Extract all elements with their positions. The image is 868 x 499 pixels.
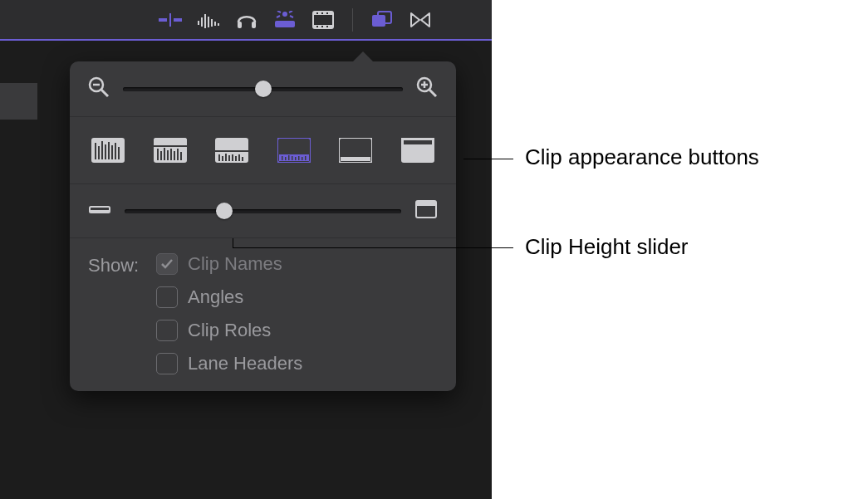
svg-rect-65 [285,157,287,160]
clip-height-slider[interactable] [125,203,401,219]
show-section: Show: Clip Names Angles Clip Roles [70,238,456,374]
svg-rect-53 [215,150,248,152]
show-lane-headers-checkbox[interactable]: Lane Headers [156,353,302,374]
svg-rect-7 [211,19,213,27]
svg-rect-10 [238,22,242,28]
clip-height-large-icon [414,199,438,223]
svg-rect-57 [228,155,230,161]
zoom-section [70,61,456,117]
svg-rect-58 [232,154,233,161]
svg-rect-68 [295,157,297,160]
filmstrip-icon[interactable] [311,7,336,32]
svg-rect-6 [208,17,209,27]
svg-rect-13 [275,21,295,27]
svg-rect-17 [316,12,318,14]
checkbox-label: Clip Names [188,253,282,275]
checkbox-icon [156,286,178,308]
svg-rect-37 [108,142,110,159]
svg-rect-80 [416,201,436,206]
svg-rect-69 [298,156,300,160]
appearance-waveform-small-button[interactable] [212,135,252,165]
svg-rect-48 [174,151,175,160]
svg-rect-40 [118,147,120,159]
checkbox-label: Clip Roles [188,320,271,341]
audio-waveform-icon[interactable] [196,7,221,32]
appearance-filmstrip-large-button[interactable] [398,135,438,165]
svg-rect-5 [204,14,206,28]
svg-rect-46 [167,150,169,160]
appearance-filmstrip-wave-button[interactable] [274,135,314,165]
headphones-icon[interactable] [234,7,259,32]
svg-rect-2 [169,13,171,27]
svg-rect-34 [98,146,100,159]
svg-rect-4 [201,17,203,27]
svg-line-29 [429,90,436,96]
svg-rect-59 [235,156,237,161]
annotation-clip-height-slider: Clip Height slider [525,234,689,260]
svg-rect-60 [238,154,240,161]
svg-rect-49 [177,149,179,160]
clip-height-small-icon [88,201,111,221]
appearance-waveform-large-button[interactable] [150,135,190,165]
svg-rect-61 [242,157,243,161]
svg-rect-18 [321,12,323,14]
svg-rect-39 [115,143,116,159]
clip-appearance-popover: Show: Clip Names Angles Clip Roles [70,61,456,391]
app-background: Show: Clip Names Angles Clip Roles [0,0,492,499]
svg-rect-38 [111,145,113,159]
svg-rect-9 [218,23,219,26]
svg-rect-71 [305,156,306,160]
appearance-filmstrip-only-button[interactable] [336,135,375,165]
checkbox-label: Lane Headers [188,353,302,374]
svg-rect-47 [170,149,172,160]
svg-rect-20 [316,26,318,27]
timeline-clip-stub [0,83,37,120]
appearance-waveform-only-button[interactable] [88,135,128,165]
svg-rect-55 [222,156,223,161]
svg-rect-56 [225,154,227,161]
svg-rect-70 [302,157,303,160]
clip-height-slider-thumb[interactable] [216,203,233,219]
svg-rect-51 [154,145,187,147]
svg-rect-3 [198,21,199,25]
annotation-appearance-buttons: Clip appearance buttons [525,144,759,170]
svg-rect-36 [105,144,106,159]
svg-point-12 [282,12,287,17]
show-clip-names-checkbox[interactable]: Clip Names [156,253,302,275]
checkbox-label: Angles [188,286,243,308]
svg-rect-35 [101,141,103,159]
show-clip-roles-checkbox[interactable]: Clip Roles [156,320,302,341]
svg-rect-0 [159,18,167,22]
clip-height-section [70,184,456,238]
svg-rect-33 [95,143,96,159]
svg-rect-78 [90,210,110,213]
svg-rect-8 [214,22,216,26]
svg-rect-50 [180,152,182,160]
svg-rect-21 [321,26,323,27]
show-angles-checkbox[interactable]: Angles [156,286,302,308]
annotation-line [233,238,233,247]
zoom-slider-thumb[interactable] [255,81,272,97]
svg-rect-64 [282,156,283,160]
annotation-line [233,247,513,248]
checkbox-icon [156,353,178,374]
svg-rect-76 [404,140,432,144]
svg-rect-11 [252,22,256,28]
svg-rect-42 [154,138,187,145]
trim-icon[interactable] [158,7,183,32]
clip-appearance-toolbar-icon[interactable] [272,7,297,32]
svg-rect-54 [218,154,220,161]
annotation-line [463,159,513,159]
checkbox-icon [156,253,178,275]
show-checklist: Clip Names Angles Clip Roles Lane Header… [156,253,302,374]
checkbox-icon [156,320,178,341]
timeline-toolbar [0,0,492,41]
compound-clip-icon[interactable] [370,7,395,32]
zoom-out-icon[interactable] [88,76,110,101]
svg-rect-43 [157,149,159,160]
zoom-in-icon[interactable] [416,76,438,101]
svg-rect-73 [341,157,370,161]
toolbar-separator [352,8,353,32]
snap-icon[interactable] [408,7,433,32]
zoom-slider[interactable] [123,81,403,97]
